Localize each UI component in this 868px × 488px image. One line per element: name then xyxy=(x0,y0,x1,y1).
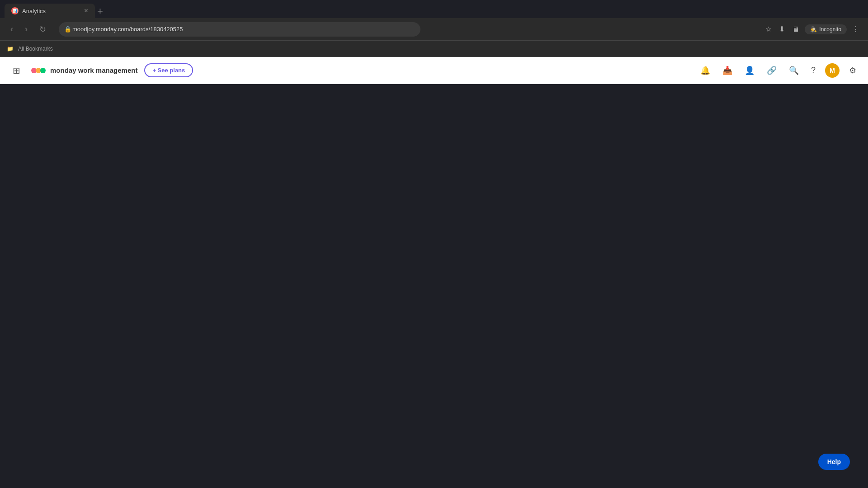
app-logo-text: monday work management xyxy=(50,66,137,74)
browser-tab-bar: 📊 Analytics × + xyxy=(0,0,868,18)
search-icon[interactable]: 🔍 xyxy=(786,63,802,78)
active-tab[interactable]: 📊 Analytics × xyxy=(5,4,95,18)
app-menu-icon[interactable]: ⊞ xyxy=(9,63,24,78)
refresh-btn[interactable]: ↻ xyxy=(36,23,50,36)
tab-favicon: 📊 xyxy=(11,7,19,14)
forward-btn[interactable]: › xyxy=(21,23,31,36)
incognito-badge: 🕵 Incognito xyxy=(805,24,847,34)
cast-icon[interactable]: 🖥 xyxy=(790,23,801,35)
tab-title: Analytics xyxy=(22,8,46,14)
bookmark-star-icon[interactable]: ☆ xyxy=(764,23,774,35)
incognito-label: Incognito xyxy=(819,26,841,33)
see-plans-button[interactable]: + See plans xyxy=(144,63,193,77)
app-logo: monday work management xyxy=(30,62,137,79)
notifications-icon[interactable]: 🔔 xyxy=(698,63,713,78)
browser-nav-bar: ‹ › ↻ 🔒 ☆ ⬇ 🖥 🕵 Incognito ⋮ xyxy=(0,18,868,41)
download-icon[interactable]: ⬇ xyxy=(777,23,787,35)
ssl-lock-icon: 🔒 xyxy=(64,26,71,33)
settings-icon[interactable]: ⚙ xyxy=(846,63,859,78)
nav-actions: ☆ ⬇ 🖥 🕵 Incognito ⋮ xyxy=(764,23,861,35)
bookmarks-bar: 📁 All Bookmarks xyxy=(0,41,868,57)
user-avatar[interactable]: M xyxy=(825,63,840,78)
help-button[interactable]: Help xyxy=(818,454,850,470)
address-bar-container: 🔒 xyxy=(59,22,420,37)
integrations-icon[interactable]: 🔗 xyxy=(764,63,779,78)
address-input[interactable] xyxy=(59,22,420,37)
browser-chrome: 📊 Analytics × + ‹ › ↻ 🔒 ☆ ⬇ 🖥 🕵 Incognit… xyxy=(0,0,868,57)
app-topbar: ⊞ monday work management + See plans 🔔 📥… xyxy=(0,57,868,84)
monday-logo-icon xyxy=(30,62,47,79)
inbox-icon[interactable]: 📥 xyxy=(720,63,735,78)
tab-close-btn[interactable]: × xyxy=(84,7,88,14)
new-tab-btn[interactable]: + xyxy=(97,5,103,17)
help-icon[interactable]: ? xyxy=(808,63,818,78)
bookmarks-label: All Bookmarks xyxy=(18,46,53,52)
svg-point-2 xyxy=(40,68,46,73)
incognito-icon: 🕵 xyxy=(810,26,817,33)
people-icon[interactable]: 👤 xyxy=(742,63,757,78)
bookmarks-icon: 📁 xyxy=(7,46,14,52)
extensions-icon[interactable]: ⋮ xyxy=(850,23,861,35)
back-btn[interactable]: ‹ xyxy=(7,23,17,36)
